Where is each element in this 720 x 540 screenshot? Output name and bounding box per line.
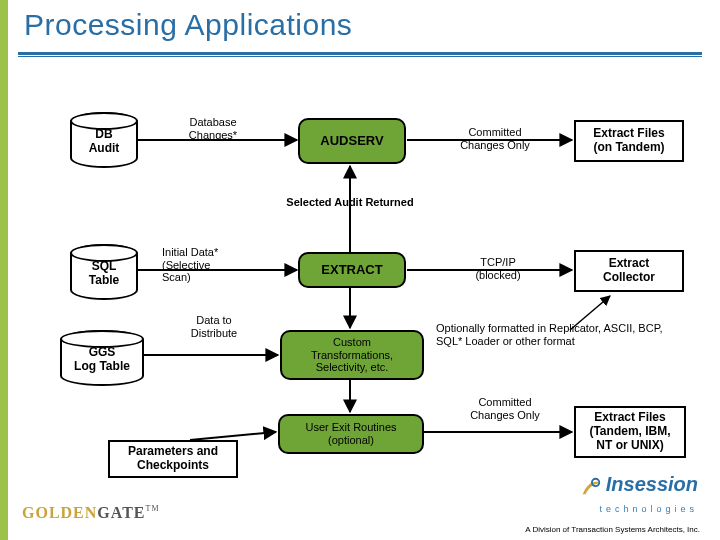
box-extract-collector: Extract Collector [574, 250, 684, 292]
process-custom-transformations: Custom Transformations, Selectivity, etc… [280, 330, 424, 380]
edge-label-selected-audit: Selected Audit Returned [260, 196, 440, 209]
title-underline [18, 52, 702, 55]
process-extract: EXTRACT [298, 252, 406, 288]
left-accent-bar [0, 0, 8, 540]
cylinder-label: DB Audit [89, 124, 120, 156]
cylinder-sql-table: SQL Table [70, 244, 138, 300]
goldengate-logo: GOLDENGATETM [22, 504, 160, 522]
edge-label-committed-2: Committed Changes Only [450, 396, 560, 421]
cylinder-label: SQL Table [89, 256, 119, 288]
edge-label-db-changes: Database Changes* [168, 116, 258, 141]
cylinder-ggs-log: GGS Log Table [60, 330, 144, 386]
cylinder-label: GGS Log Table [74, 342, 130, 374]
edge-label-tcpip: TCP/IP (blocked) [448, 256, 548, 281]
swoosh-icon [580, 476, 602, 498]
process-user-exit: User Exit Routines (optional) [278, 414, 424, 454]
logo-text-insession: Insession [606, 473, 698, 495]
logo-text-technologies: technologies [599, 504, 698, 514]
insession-logo: Insession technologies [580, 473, 698, 516]
title-underline-thin [18, 56, 702, 57]
box-extract-files-multi: Extract Files (Tandem, IBM, NT or UNIX) [574, 406, 686, 458]
note-format: Optionally formatted in Replicator, ASCI… [436, 322, 690, 347]
logo-tm: TM [146, 504, 160, 513]
slide: Processing Applications D [0, 0, 720, 540]
edge-label-data-to-distribute: Data to Distribute [174, 314, 254, 339]
footer-note: A Division of Transaction Systems Archit… [525, 525, 700, 534]
process-audserv: AUDSERV [298, 118, 406, 164]
edge-label-initial-data: Initial Data* (Selective Scan) [162, 246, 262, 284]
logo-text-golden: GOLDEN [22, 504, 97, 521]
cylinder-db-audit: DB Audit [70, 112, 138, 168]
page-title: Processing Applications [24, 8, 352, 42]
box-extract-files-tandem: Extract Files (on Tandem) [574, 120, 684, 162]
edge-label-committed-1: Committed Changes Only [440, 126, 550, 151]
box-parameters-checkpoints: Parameters and Checkpoints [108, 440, 238, 478]
svg-line-9 [190, 432, 276, 440]
logo-text-gate: GATE [97, 504, 145, 521]
